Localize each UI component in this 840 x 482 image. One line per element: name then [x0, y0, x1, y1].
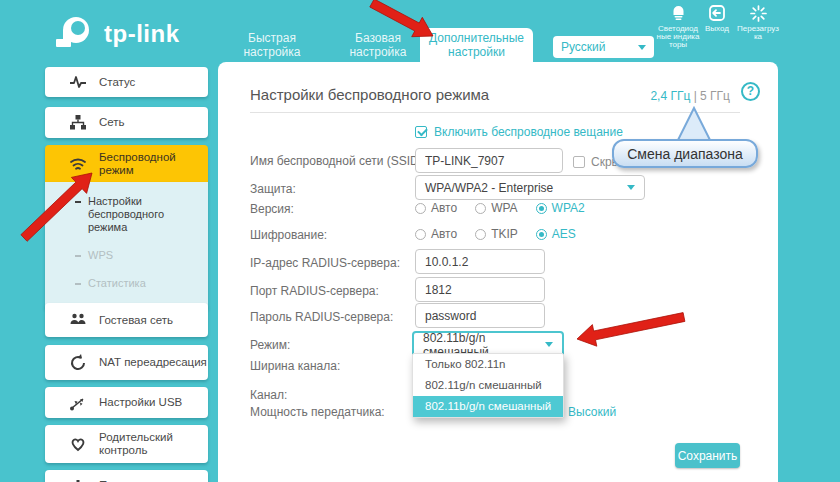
radius-port-input[interactable] — [415, 277, 545, 302]
sidebar-item-qos[interactable]: Приоритизация — [45, 470, 208, 482]
router-admin-page: tp-link Быстрая настройка Базовая настро… — [0, 0, 840, 482]
reboot-button[interactable]: Перезагрузка — [737, 4, 779, 41]
sidebar-item-label: Гостевая сеть — [99, 314, 173, 327]
callout-text: Смена диапазона — [627, 146, 742, 162]
tab-label: Быстрая настройка — [243, 31, 300, 59]
security-label: Защита: — [250, 182, 296, 196]
logout-icon — [699, 4, 735, 22]
radio-selected-icon — [536, 229, 547, 240]
enable-wireless-label: Включить беспроводное вещание — [434, 125, 623, 139]
submenu-item-wireless-settings[interactable]: Настройки беспроводного режима — [75, 195, 208, 234]
ssid-input[interactable] — [415, 148, 563, 173]
tp-link-logo: tp-link — [52, 12, 180, 56]
parental-icon — [69, 435, 87, 453]
sidebar-item-network[interactable]: Сеть — [45, 107, 208, 138]
callout-bubble: Смена диапазона — [612, 139, 758, 168]
help-icon[interactable]: ? — [741, 82, 760, 101]
submenu-item-label: Статистика — [88, 277, 146, 290]
save-button[interactable]: Сохранить — [675, 443, 740, 468]
mode-option-802-11n-only[interactable]: Только 802.11n — [413, 354, 563, 375]
sidebar-item-label: NAT переадресация — [99, 356, 207, 369]
radio-label: AES — [552, 227, 576, 241]
tab-advanced[interactable]: Дополнительные настройки — [420, 28, 533, 62]
logo-text: tp-link — [104, 20, 180, 48]
reboot-icon — [737, 4, 779, 22]
tab-quick-setup[interactable]: Быстрая настройка — [222, 31, 322, 59]
band-2-4ghz-link[interactable]: 2,4 ГГц — [650, 89, 690, 103]
band-5ghz-link[interactable]: 5 ГГц — [700, 89, 730, 103]
logout-button[interactable]: Выход — [699, 4, 735, 33]
radio-version-auto[interactable]: Авто — [415, 201, 457, 215]
security-value: WPA/WPA2 - Enterprise — [425, 181, 553, 195]
radio-label: TKIP — [491, 227, 518, 241]
enable-wireless-checkbox[interactable]: Включить беспроводное вещание — [415, 125, 623, 139]
chevron-down-icon — [627, 185, 635, 190]
radio-encryption-auto[interactable]: Авто — [415, 227, 457, 241]
radio-version-wpa[interactable]: WPA — [475, 201, 517, 215]
language-value: Русский — [561, 40, 606, 54]
tx-power-label: Мощность передатчика: — [250, 405, 385, 419]
sidebar-item-usb-settings[interactable]: Настройки USB — [45, 387, 208, 418]
radio-version-wpa2[interactable]: WPA2 — [536, 201, 585, 215]
channel-label: Канал: — [250, 388, 287, 402]
band-separator: | — [694, 89, 697, 103]
dash-marker — [75, 201, 81, 203]
radius-ip-input[interactable] — [415, 249, 545, 274]
tp-link-logo-icon — [52, 12, 96, 56]
radius-password-input[interactable] — [415, 303, 545, 328]
sidebar-item-label: Родительский контроль — [99, 431, 189, 457]
logout-label: Выход — [699, 25, 735, 33]
version-radio-group: Авто WPA WPA2 — [415, 201, 585, 215]
pulse-icon — [69, 73, 87, 91]
submenu-item-label: WPS — [88, 249, 113, 262]
encryption-radio-group: Авто TKIP AES — [415, 227, 576, 241]
radio-encryption-tkip[interactable]: TKIP — [475, 227, 518, 241]
version-label: Версия: — [250, 202, 294, 216]
radio-label: WPA2 — [552, 201, 585, 215]
radius-password-label: Пароль RADIUS-сервера: — [250, 310, 393, 324]
page-title: Настройки беспроводного режима — [250, 86, 489, 103]
dash-marker — [75, 255, 81, 257]
usb-icon — [69, 394, 87, 412]
sidebar-item-nat-forwarding[interactable]: NAT переадресация — [45, 345, 208, 380]
sidebar-item-wireless[interactable]: Беспроводной режим — [45, 145, 208, 182]
sidebar-item-parental-controls[interactable]: Родительский контроль — [45, 425, 208, 463]
radio-label: Авто — [431, 227, 457, 241]
chevron-down-icon — [545, 342, 553, 347]
radius-port-label: Порт RADIUS-сервера: — [250, 284, 379, 298]
ssid-label: Имя беспроводной сети (SSID): — [250, 154, 426, 168]
encryption-label: Шифрование: — [250, 228, 327, 242]
tab-label: Дополнительные настройки — [429, 31, 524, 59]
sidebar-item-label: Беспроводной режим — [99, 151, 191, 177]
submenu-item-wps[interactable]: WPS — [75, 249, 208, 262]
reboot-label: Перезагрузка — [737, 25, 779, 41]
submenu-item-statistics[interactable]: Статистика — [75, 277, 208, 290]
chevron-down-icon — [638, 45, 646, 50]
radio-selected-icon — [536, 203, 547, 214]
sidebar-item-label: Сеть — [99, 116, 125, 129]
led-indicators-button[interactable]: Светодиодные индикаторы — [656, 4, 700, 49]
radio-encryption-aes[interactable]: AES — [536, 227, 576, 241]
sidebar-item-label: Настройки USB — [99, 396, 182, 409]
band-switcher: 2,4 ГГц | 5 ГГц — [650, 89, 730, 103]
mode-option-802-11bgn-mixed[interactable]: 802.11b/g/n смешанный — [413, 396, 563, 417]
qos-icon — [69, 476, 87, 482]
radio-icon — [415, 229, 426, 240]
led-indicators-label: Светодиодные индикаторы — [656, 25, 700, 49]
mode-label: Режим: — [250, 338, 290, 352]
security-select[interactable]: WPA/WPA2 - Enterprise — [415, 175, 645, 200]
tab-label: Базовая настройка — [349, 31, 406, 59]
radio-icon — [475, 203, 486, 214]
wireless-submenu: Настройки беспроводного режима WPS Стати… — [45, 182, 208, 308]
radio-icon — [415, 203, 426, 214]
sidebar-item-status[interactable]: Статус — [45, 67, 208, 97]
sidebar-item-guest-network[interactable]: Гостевая сеть — [45, 303, 208, 337]
dash-marker — [75, 283, 81, 285]
tx-power-selected-value[interactable]: Высокий — [568, 405, 616, 419]
mode-dropdown-menu: Только 802.11n 802.11g/n смешанный 802.1… — [412, 353, 564, 418]
sidebar-item-label: Приоритизация — [99, 479, 182, 482]
mode-option-802-11gn-mixed[interactable]: 802.11g/n смешанный — [413, 375, 563, 396]
radio-icon — [475, 229, 486, 240]
tab-basic[interactable]: Базовая настройка — [328, 31, 428, 59]
language-select[interactable]: Русский — [553, 36, 654, 58]
